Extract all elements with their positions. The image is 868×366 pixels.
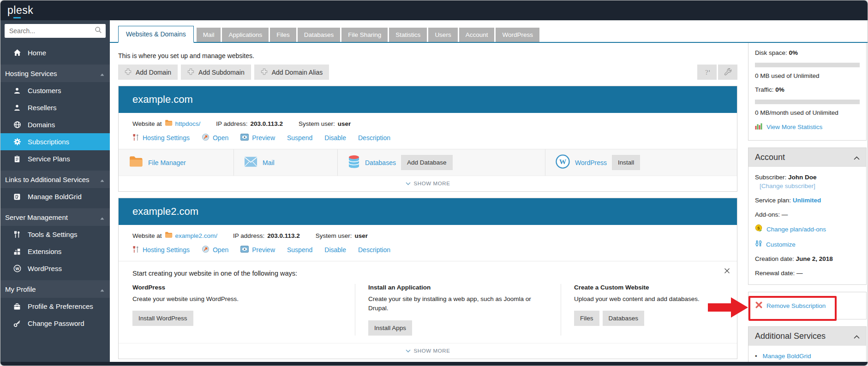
action-description[interactable]: Description	[358, 246, 390, 254]
action-preview[interactable]: Preview	[240, 246, 275, 254]
action-hosting-settings[interactable]: Hosting Settings	[132, 134, 190, 142]
reseller-icon	[12, 104, 22, 112]
tab-files[interactable]: Files	[270, 28, 296, 42]
clipboard-icon	[12, 155, 22, 163]
search-input[interactable]	[8, 27, 95, 35]
sidebar-item-manage-boldgrid[interactable]: Manage BoldGrid	[0, 188, 110, 205]
sidebar-item-home[interactable]: Home	[0, 44, 110, 61]
change-plan-addons-link[interactable]: $ Change plan/add-ons	[755, 224, 826, 235]
add-subdomain-button[interactable]: Add Subdomain	[181, 65, 251, 80]
change-subscriber-link[interactable]: [Change subscriber]	[760, 182, 815, 191]
action-label: Suspend	[287, 134, 312, 142]
action-suspend[interactable]: Suspend	[287, 134, 312, 142]
feature-link-databases[interactable]: Databases	[365, 159, 396, 166]
website-root-link[interactable]: example2.com/	[175, 232, 218, 239]
help-buttons: ?	[697, 65, 737, 80]
manage-boldgrid-link[interactable]: Manage BoldGrid	[763, 352, 811, 361]
add-domain-button[interactable]: Add Domain	[118, 65, 178, 80]
install-apps-button[interactable]: Install Apps	[368, 320, 412, 336]
tab-statistics[interactable]: Statistics	[389, 28, 427, 42]
collapse-chevron-icon[interactable]	[854, 331, 860, 341]
customize-link[interactable]: Customize	[755, 240, 796, 250]
sidebar-section-my-profile[interactable]: My Profile	[0, 280, 110, 298]
sidebar-section-label: Hosting Services	[5, 70, 57, 77]
promo-heading: Start creating your website in one of th…	[132, 270, 723, 277]
sidebar-section-hosting-services[interactable]: Hosting Services	[0, 65, 110, 82]
sidebar-section-label: Links to Additional Services	[5, 176, 90, 183]
sidebar-item-profile-preferences[interactable]: Profile & Preferences	[0, 298, 110, 315]
additional-services-header[interactable]: Additional Services	[748, 327, 866, 346]
sidebar-item-tools-settings[interactable]: Tools & Settings	[0, 226, 110, 243]
sidebar-section-links-to-additional-services[interactable]: Links to Additional Services	[0, 171, 110, 188]
tab-databases[interactable]: Databases	[298, 28, 341, 42]
action-open[interactable]: Open	[202, 133, 228, 142]
help-button[interactable]: ?	[697, 65, 717, 80]
promo-column-description: Upload your web content and add database…	[574, 295, 710, 304]
tab-account[interactable]: Account	[459, 28, 495, 42]
website-root-link[interactable]: httpdocs/	[175, 120, 201, 127]
customize-view-wrench-button[interactable]	[718, 65, 737, 80]
feature-file-manager: File Manager	[119, 149, 234, 176]
sidebar-item-service-plans[interactable]: Service Plans	[0, 150, 110, 167]
tab-file-sharing[interactable]: File Sharing	[341, 28, 388, 42]
sidebar-nav: HomeHosting ServicesCustomersResellersDo…	[0, 44, 110, 332]
action-open[interactable]: Open	[202, 245, 228, 254]
action-hosting-settings[interactable]: Hosting Settings	[132, 246, 190, 254]
close-icon[interactable]	[724, 267, 730, 276]
sidebar-item-subscriptions[interactable]: Subscriptions	[0, 133, 110, 150]
disk-space-used: 0 MB used of Unlimited	[755, 71, 860, 81]
traffic-used: 0 MB/month used of Unlimited	[755, 108, 860, 118]
sidebar-item-label: Home	[28, 49, 46, 57]
tab-users[interactable]: Users	[428, 28, 457, 42]
additional-services-panel: Additional Services • Manage BoldGrid	[748, 326, 867, 366]
promo-column-create-a-custom-website: Create a Custom WebsiteUpload your web c…	[561, 284, 723, 336]
account-panel-header[interactable]: Account	[748, 148, 866, 167]
sidebar-item-change-password[interactable]: Change Password	[0, 315, 110, 332]
sidebar-item-resellers[interactable]: Resellers	[0, 99, 110, 116]
sidebar-item-wordpress[interactable]: WWordPress	[0, 260, 110, 277]
databases-button[interactable]: Databases	[603, 311, 645, 326]
traffic-label: Traffic:	[755, 86, 774, 93]
traffic-line: Traffic: 0%	[755, 85, 860, 94]
add-database-button[interactable]: Add Database	[401, 155, 453, 170]
disk-space-value: 0%	[789, 49, 798, 56]
promo-column-wordpress: WordPressCreate your website using WordP…	[132, 284, 355, 336]
search-icon[interactable]	[95, 26, 102, 35]
show-more-toggle[interactable]: SHOW MORE	[119, 176, 737, 191]
service-plan-link[interactable]: Unlimited	[793, 196, 821, 205]
hosting-icon	[132, 134, 139, 142]
view-more-statistics-link[interactable]: View More Statistics	[755, 122, 822, 132]
install-button[interactable]: Install	[612, 155, 640, 170]
search-box[interactable]	[5, 24, 106, 38]
show-more-toggle[interactable]: SHOW MORE	[119, 343, 737, 359]
collapse-chevron-icon[interactable]	[854, 153, 860, 162]
tab-websites-domains[interactable]: Websites & Domains	[118, 26, 194, 43]
tab-wordpress[interactable]: WordPress	[496, 28, 539, 42]
install-wordpress-button[interactable]: Install WordPress	[132, 311, 193, 326]
stats-panel: Disk space: 0% 0 MB used of Unlimited Tr…	[748, 43, 867, 141]
additional-services-title: Additional Services	[755, 331, 826, 341]
action-description[interactable]: Description	[358, 134, 390, 142]
feature-link-mail[interactable]: Mail	[263, 159, 275, 166]
button-label: Add Domain	[136, 69, 171, 76]
add-domain-alias-button[interactable]: Add Domain Alias	[254, 65, 329, 80]
action-suspend[interactable]: Suspend	[287, 246, 312, 254]
files-button[interactable]: Files	[574, 311, 599, 326]
action-disable[interactable]: Disable	[324, 134, 346, 142]
tab-applications[interactable]: Applications	[222, 28, 269, 42]
open-icon	[202, 245, 210, 254]
feature-link-wordpress[interactable]: WordPress	[575, 159, 607, 166]
action-label: Preview	[252, 134, 275, 142]
promo-columns: WordPressCreate your website using WordP…	[132, 284, 723, 336]
sidebar-item-domains[interactable]: Domains	[0, 116, 110, 133]
sidebar-item-customers[interactable]: Customers	[0, 82, 110, 99]
sidebar-item-extensions[interactable]: Extensions	[0, 243, 110, 260]
tab-mail[interactable]: Mail	[197, 28, 221, 42]
intro-text: This is where you set up and manage webs…	[118, 52, 737, 59]
action-preview[interactable]: Preview	[240, 134, 275, 142]
sidebar-section-server-management[interactable]: Server Management	[0, 208, 110, 226]
feature-link-file-manager[interactable]: File Manager	[148, 159, 186, 166]
remove-subscription-link[interactable]: Remove Subscription	[755, 301, 826, 310]
action-disable[interactable]: Disable	[324, 246, 346, 254]
folder-icon	[129, 155, 143, 170]
